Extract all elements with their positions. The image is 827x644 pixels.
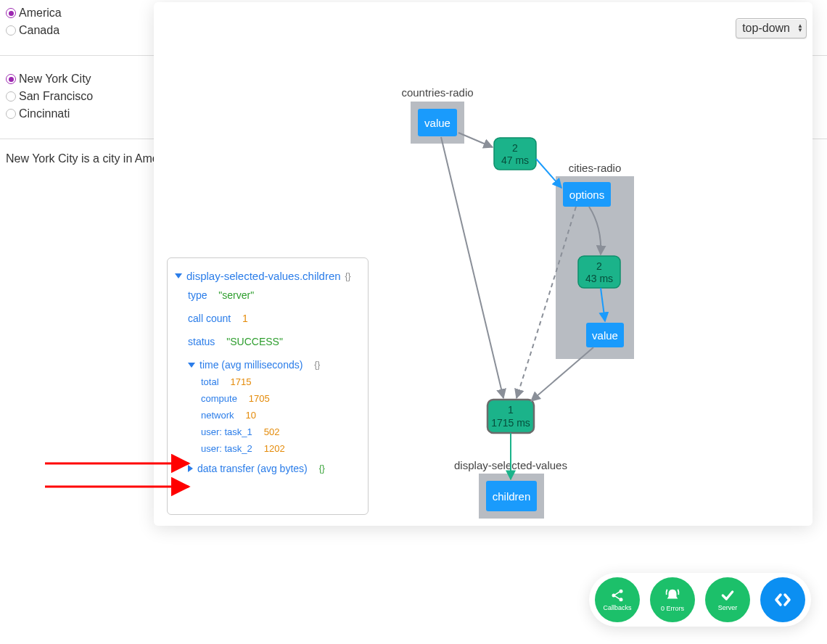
graph-prop-label: children xyxy=(493,490,531,503)
callback-detail-card: display-selected-values.children {} type… xyxy=(167,257,369,515)
caret-down-icon xyxy=(188,363,195,368)
object-brackets-icon: {} xyxy=(314,360,320,370)
caret-right-icon xyxy=(188,465,193,472)
radio-icon xyxy=(6,8,16,18)
radio-icon xyxy=(6,109,16,119)
data-transfer-header: data transfer (avg bytes) xyxy=(197,463,308,474)
time-task2: user: task_2 1202 xyxy=(175,442,361,454)
time-header: time (avg milliseconds) xyxy=(199,359,303,371)
status-row: status "SUCCESS" xyxy=(175,336,361,347)
callbacks-button[interactable]: Callbacks xyxy=(595,577,640,622)
radio-label: Canada xyxy=(19,22,59,39)
radio-label: America xyxy=(19,4,62,22)
graph-prop-label: value xyxy=(424,117,450,129)
type-row: type "server" xyxy=(175,289,361,301)
bell-icon xyxy=(664,587,681,603)
radio-icon xyxy=(6,74,16,84)
graph-prop-label: value xyxy=(592,329,618,342)
errors-button[interactable]: 0 Errors xyxy=(650,577,695,622)
time-network: network 10 xyxy=(175,409,361,421)
check-icon xyxy=(718,588,737,603)
object-brackets-icon: {} xyxy=(345,271,351,281)
graph-node-label: cities-radio xyxy=(569,162,622,174)
radio-icon xyxy=(6,25,16,36)
time-header-row[interactable]: time (avg milliseconds) {} xyxy=(175,359,361,371)
time-compute: compute 1705 xyxy=(175,392,361,404)
graph-cb2-time: 43 ms xyxy=(585,273,613,284)
radio-icon xyxy=(6,91,16,102)
value: "SUCCESS" xyxy=(226,336,283,347)
card-title-row[interactable]: display-selected-values.children {} xyxy=(175,270,361,282)
graph-cb3-count: 1 xyxy=(508,404,514,416)
graph-node-label: countries-radio xyxy=(401,86,473,99)
graph-cb2-count: 2 xyxy=(596,260,602,272)
callback-graph-panel: top-down ▲▼ countries-radio value 2 47 m… xyxy=(154,2,812,526)
graph-cb3-time: 1715 ms xyxy=(491,417,530,429)
radio-label: Cincinnati xyxy=(19,105,70,123)
radio-label: San Francisco xyxy=(19,88,93,105)
caret-down-icon xyxy=(175,273,182,278)
time-task1: user: task_1 502 xyxy=(175,426,361,437)
share-icon xyxy=(608,588,627,603)
server-label: Server xyxy=(718,604,738,611)
graph-cb1-time: 47 ms xyxy=(501,154,529,166)
code-icon xyxy=(770,591,795,608)
graph-cb1-count: 2 xyxy=(512,142,518,154)
value: 1 xyxy=(242,313,248,324)
graph-prop-label: options xyxy=(569,189,604,201)
errors-label: 0 Errors xyxy=(661,605,684,612)
key: type xyxy=(188,289,207,301)
object-brackets-icon: {} xyxy=(319,463,325,474)
toggle-code-button[interactable] xyxy=(760,577,805,622)
radio-label: New York City xyxy=(19,70,91,88)
key: status xyxy=(188,336,215,347)
value: "server" xyxy=(218,289,254,301)
server-button[interactable]: Server xyxy=(705,577,750,622)
callcount-row: call count 1 xyxy=(175,313,361,324)
edge xyxy=(441,137,503,398)
key: call count xyxy=(188,313,231,324)
devtools-toolbar: Callbacks 0 Errors Server xyxy=(589,573,811,627)
callbacks-label: Callbacks xyxy=(603,604,631,611)
card-title: display-selected-values.children xyxy=(186,270,341,282)
svg-line-3 xyxy=(615,592,620,595)
svg-line-4 xyxy=(615,596,620,599)
data-transfer-row[interactable]: data transfer (avg bytes) {} xyxy=(175,463,361,474)
time-total: total 1715 xyxy=(175,376,361,387)
edge xyxy=(536,159,561,188)
